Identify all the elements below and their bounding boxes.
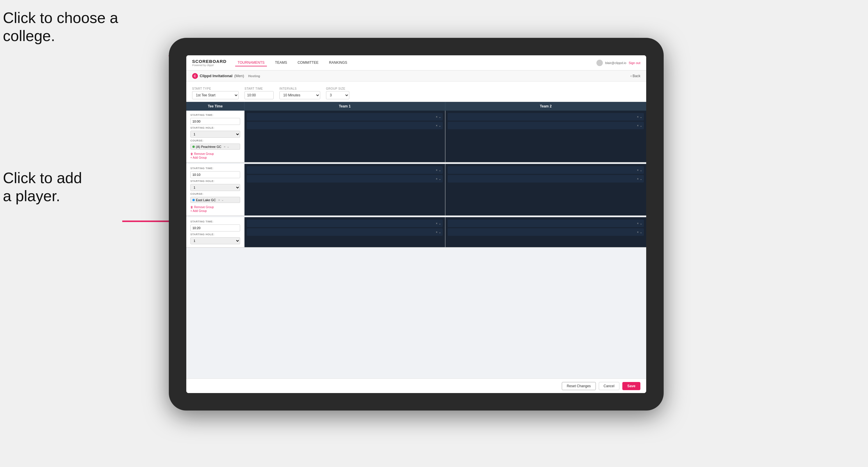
course-chevron-1[interactable]: ⌄ — [227, 145, 229, 149]
course-dot-2 — [192, 199, 195, 201]
add-group-btn-1[interactable]: + Add Group — [190, 156, 240, 159]
player-remove-5-1[interactable]: × — [436, 222, 437, 225]
user-avatar — [596, 60, 603, 66]
starting-time-input-2[interactable] — [190, 171, 240, 178]
course-remove-2[interactable]: × — [218, 198, 220, 202]
annotation-choose-college: Click to choose a college. — [3, 9, 118, 45]
nav-rankings[interactable]: RANKINGS — [327, 59, 349, 66]
nav-tournaments[interactable]: TOURNAMENTS — [235, 59, 267, 66]
clippd-icon: C — [192, 73, 198, 79]
player-row-2-1: × ⌄ — [448, 113, 644, 121]
player-chevron-2-2[interactable]: ⌄ — [640, 124, 642, 127]
starting-time-label-2: STARTING TIME: — [190, 167, 240, 170]
starting-time-input-1[interactable] — [190, 118, 240, 125]
team2-cell-3: × ⌄ × ⌄ — [445, 217, 646, 247]
group-row-3: STARTING TIME: STARTING HOLE: 1 × ⌄ × ⌄ — [186, 217, 646, 248]
player-row-6-2: × ⌄ — [448, 228, 644, 236]
player-row-3-1: × ⌄ — [247, 166, 443, 174]
course-dot-1 — [192, 146, 195, 148]
course-label-1: COURSE: — [190, 139, 240, 142]
annotation-add-player: Click to add a player. — [3, 169, 82, 205]
course-badge-1[interactable]: (A) Peachtree GC × ⌄ — [190, 144, 240, 150]
start-type-label: Start Type — [192, 87, 239, 90]
starting-hole-select-3[interactable]: 1 — [190, 237, 240, 244]
starting-hole-select-1[interactable]: 1 — [190, 131, 240, 138]
save-button[interactable]: Save — [622, 382, 640, 390]
nav-committee[interactable]: COMMITTEE — [295, 59, 321, 66]
player-chevron-1-1[interactable]: ⌄ — [439, 115, 441, 119]
schedule-table: Tee Time Team 1 Team 2 STARTING TIME: ST… — [186, 102, 646, 378]
tablet-device: SCOREBOARD Powered by clippd TOURNAMENTS… — [169, 38, 664, 410]
add-group-btn-2[interactable]: + Add Group — [190, 209, 240, 213]
footer-bar: Reset Changes Cancel Save — [186, 378, 646, 393]
reset-button[interactable]: Reset Changes — [562, 382, 596, 390]
sign-out[interactable]: Sign out — [629, 61, 640, 65]
player-remove-5-2[interactable]: × — [436, 230, 437, 234]
col-team1: Team 1 — [245, 102, 445, 111]
start-time-input[interactable] — [245, 91, 274, 99]
player-chevron-3-2[interactable]: ⌄ — [439, 177, 441, 181]
starting-hole-label-2: STARTING HOLE: — [190, 180, 240, 183]
nav-teams[interactable]: TEAMS — [273, 59, 289, 66]
starting-time-input-3[interactable] — [190, 224, 240, 231]
remove-group-btn-1[interactable]: 🗑 Remove Group — [190, 152, 240, 155]
starting-time-label-1: STARTING TIME: — [190, 114, 240, 117]
player-row-4-2: × ⌄ — [448, 175, 644, 183]
intervals-group: Intervals 10 Minutes — [279, 87, 320, 99]
player-chevron-4-2[interactable]: ⌄ — [640, 177, 642, 181]
starting-hole-label-1: STARTING HOLE: — [190, 126, 240, 129]
nav-links: TOURNAMENTS TEAMS COMMITTEE RANKINGS — [235, 59, 596, 66]
cancel-button[interactable]: Cancel — [599, 382, 619, 390]
player-chevron-6-2[interactable]: ⌄ — [640, 230, 642, 234]
player-remove-1-1[interactable]: × — [436, 115, 437, 119]
course-label-2: COURSE: — [190, 192, 240, 195]
player-chevron-5-1[interactable]: ⌄ — [439, 222, 441, 225]
powered-by: Powered by clippd — [192, 64, 226, 67]
course-remove-1[interactable]: × — [223, 145, 225, 149]
player-chevron-3-1[interactable]: ⌄ — [439, 168, 441, 172]
intervals-label: Intervals — [279, 87, 320, 90]
player-remove-4-1[interactable]: × — [637, 168, 639, 172]
sub-header: C Clippd Invitational (Men) Hosting ‹ Ba… — [186, 70, 646, 82]
player-row-3-2: × ⌄ — [247, 175, 443, 183]
event-gender: (Men) — [234, 74, 244, 78]
hosting-badge: Hosting — [248, 74, 260, 78]
starting-hole-label-3: STARTING HOLE: — [190, 233, 240, 236]
player-chevron-5-2[interactable]: ⌄ — [439, 230, 441, 234]
remove-group-btn-2[interactable]: 🗑 Remove Group — [190, 206, 240, 209]
player-chevron-4-1[interactable]: ⌄ — [640, 168, 642, 172]
player-remove-6-2[interactable]: × — [637, 230, 639, 234]
player-remove-3-2[interactable]: × — [436, 177, 437, 181]
group-row-1: STARTING TIME: STARTING HOLE: 1 COURSE: … — [186, 111, 646, 163]
player-remove-2-1[interactable]: × — [637, 115, 639, 119]
course-name-2: East Lake GC — [196, 198, 216, 202]
navbar: SCOREBOARD Powered by clippd TOURNAMENTS… — [186, 55, 646, 70]
starting-hole-select-2[interactable]: 1 — [190, 184, 240, 191]
player-chevron-2-1[interactable]: ⌄ — [640, 115, 642, 119]
player-remove-1-2[interactable]: × — [436, 124, 437, 127]
group-actions-2: 🗑 Remove Group + Add Group — [190, 206, 240, 213]
player-row-1-1: × ⌄ — [247, 113, 443, 121]
course-badge-2[interactable]: East Lake GC × ⌄ — [190, 197, 240, 203]
user-email: blair@clippd.io — [605, 61, 626, 65]
player-row-1-2: × ⌄ — [247, 122, 443, 129]
player-chevron-1-2[interactable]: ⌄ — [439, 124, 441, 127]
player-row-5-2: × ⌄ — [247, 228, 443, 236]
back-button[interactable]: ‹ Back — [630, 74, 640, 78]
intervals-select[interactable]: 10 Minutes — [279, 91, 320, 99]
start-type-group: Start Type 1st Tee Start — [192, 87, 239, 99]
course-chevron-2[interactable]: ⌄ — [221, 198, 224, 202]
nav-user: blair@clippd.io Sign out — [596, 60, 640, 66]
group-size-select[interactable]: 3 — [326, 91, 349, 99]
group-actions-1: 🗑 Remove Group + Add Group — [190, 152, 240, 159]
player-chevron-6-1[interactable]: ⌄ — [640, 222, 642, 225]
player-remove-4-2[interactable]: × — [637, 177, 639, 181]
team2-cell-1: × ⌄ × ⌄ — [445, 111, 646, 162]
start-type-select[interactable]: 1st Tee Start — [192, 91, 239, 99]
player-remove-3-1[interactable]: × — [436, 168, 437, 172]
player-row-5-1: × ⌄ — [247, 220, 443, 227]
player-remove-2-2[interactable]: × — [637, 124, 639, 127]
group-row-2: STARTING TIME: STARTING HOLE: 1 COURSE: … — [186, 164, 646, 216]
player-remove-6-1[interactable]: × — [637, 222, 639, 225]
group-size-label: Group Size — [326, 87, 349, 90]
